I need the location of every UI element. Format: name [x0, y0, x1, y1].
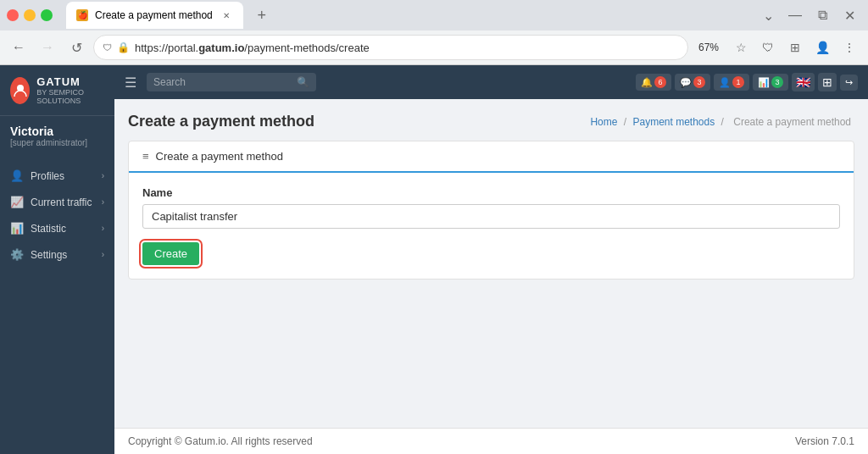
brand-name: GATUM	[36, 75, 104, 88]
new-tab-button[interactable]: +	[250, 3, 274, 27]
restore-window-button[interactable]: ⧉	[810, 3, 834, 27]
minimize-window-button[interactable]: —	[783, 3, 807, 27]
page-title-row: Create a payment method Home / Payment m…	[128, 113, 854, 130]
app-header: ☰ 🔍 🔔 6 💬 3 👤 1	[114, 65, 868, 99]
chevron-right-icon-4: ›	[102, 250, 104, 259]
traffic-icon: 📈	[10, 196, 24, 208]
close-button[interactable]	[7, 9, 19, 21]
chevron-down-icon[interactable]: ⌄	[756, 3, 780, 27]
settings-icon: ⚙️	[10, 248, 24, 261]
card-body: Name Create	[129, 173, 854, 279]
sidebar-user: Victoria [super administrator]	[0, 116, 114, 156]
breadcrumb: Home / Payment methods / Create a paymen…	[590, 116, 854, 128]
lock-icon: 🔒	[117, 42, 130, 53]
sidebar: GATUM BY SEMPICO SOLUTIONS Victoria [sup…	[0, 65, 114, 454]
breadcrumb-sep-1: /	[624, 116, 626, 128]
sidebar-nav: 👤 Profiles › 📈 Current traffic › 📊 Stati…	[0, 156, 114, 454]
statistic-icon: 📊	[10, 222, 24, 235]
address-bar[interactable]: 🛡 🔒 https://portal.gatum.io/payment-meth…	[93, 35, 688, 60]
card-header-title: Create a payment method	[156, 150, 283, 163]
user-icon: 👤	[719, 77, 731, 88]
security-icon: 🛡	[103, 42, 112, 53]
sidebar-label-settings: Settings	[31, 249, 67, 261]
logo-icon	[10, 77, 30, 104]
chevron-right-icon: ›	[102, 171, 104, 180]
chevron-right-icon-2: ›	[102, 197, 104, 207]
profile-icon[interactable]: 👤	[810, 36, 834, 59]
chat-icon: 💬	[680, 77, 692, 88]
extension-icon[interactable]: ⊞	[783, 36, 807, 59]
bell-icon: 🔔	[641, 77, 653, 88]
zoom-level: 67%	[693, 42, 724, 53]
maximize-button[interactable]	[41, 9, 53, 21]
create-payment-card: ≡ Create a payment method Name Create	[128, 141, 854, 280]
header-icons: 🔔 6 💬 3 👤 1 📊 3	[636, 73, 858, 91]
card-header-icon: ≡	[142, 150, 149, 163]
footer: Copyright © Gatum.io. All rights reserve…	[114, 428, 868, 454]
sidebar-label-traffic: Current traffic	[31, 197, 92, 208]
search-input[interactable]	[153, 76, 292, 88]
message-badge[interactable]: 💬 3	[675, 74, 710, 91]
signout-button[interactable]: ↪	[840, 75, 858, 91]
sidebar-label-statistic: Statistic	[31, 223, 66, 235]
breadcrumb-parent[interactable]: Payment methods	[633, 116, 715, 128]
profiles-icon: 👤	[10, 169, 24, 182]
stats-count: 3	[771, 76, 783, 88]
version-text: Version 7.0.1	[795, 435, 854, 447]
breadcrumb-current: Create a payment method	[733, 116, 851, 128]
url-display: https://portal.gatum.io/payment-methods/…	[135, 42, 679, 54]
refresh-button[interactable]: ↺	[64, 36, 88, 59]
back-button[interactable]: ←	[7, 36, 31, 59]
notification-count: 6	[654, 76, 666, 88]
language-selector[interactable]: 🇬🇧	[792, 73, 815, 91]
stats-badge[interactable]: 📊 3	[753, 74, 788, 91]
tab-favicon: 🍎	[76, 9, 88, 21]
sidebar-item-traffic[interactable]: 📈 Current traffic ›	[0, 189, 114, 215]
search-icon: 🔍	[297, 76, 309, 88]
notification-badge[interactable]: 🔔 6	[636, 74, 671, 91]
user-role: [super administrator]	[10, 138, 104, 147]
right-panel: ☰ 🔍 🔔 6 💬 3 👤 1	[114, 65, 868, 454]
sidebar-label-profiles: Profiles	[31, 170, 64, 182]
name-input[interactable]	[142, 204, 840, 229]
search-bar[interactable]: 🔍	[147, 73, 316, 91]
page-title: Create a payment method	[128, 113, 314, 130]
tab-title: Create a payment method	[95, 9, 213, 21]
bookmark-icon[interactable]: ☆	[729, 36, 753, 59]
menu-icon[interactable]: ⋮	[837, 36, 861, 59]
username: Victoria	[10, 125, 104, 138]
signout-icon: ↪	[845, 77, 853, 88]
browser-tab[interactable]: 🍎 Create a payment method ✕	[66, 2, 243, 29]
minimize-button[interactable]	[24, 9, 36, 21]
hamburger-icon[interactable]: ☰	[125, 75, 136, 91]
message-count: 3	[693, 76, 705, 88]
flag-icon: 🇬🇧	[796, 75, 810, 89]
card-header: ≡ Create a payment method	[129, 141, 854, 173]
tab-close-button[interactable]: ✕	[220, 8, 233, 22]
close-window-button[interactable]: ✕	[837, 3, 861, 27]
sidebar-logo: GATUM BY SEMPICO SOLUTIONS	[0, 65, 114, 116]
shield-icon[interactable]: 🛡	[756, 36, 780, 59]
chevron-right-icon-3: ›	[102, 224, 104, 233]
name-field-group: Name	[142, 186, 840, 229]
sidebar-item-statistic[interactable]: 📊 Statistic ›	[0, 215, 114, 241]
grid-menu-button[interactable]: ⊞	[818, 73, 837, 91]
copyright-text: Copyright © Gatum.io. All rights reserve…	[128, 435, 313, 447]
create-button[interactable]: Create	[142, 242, 199, 265]
breadcrumb-home[interactable]: Home	[590, 116, 617, 128]
logo-text: GATUM BY SEMPICO SOLUTIONS	[36, 75, 104, 105]
brand-sub: BY SEMPICO SOLUTIONS	[36, 88, 104, 105]
sidebar-item-profiles[interactable]: 👤 Profiles ›	[0, 163, 114, 189]
forward-button[interactable]: →	[36, 36, 59, 59]
chart-icon: 📊	[758, 77, 770, 88]
grid-icon: ⊞	[822, 75, 832, 89]
user-count: 1	[732, 76, 744, 88]
breadcrumb-sep-2: /	[721, 116, 724, 128]
name-label: Name	[142, 186, 840, 199]
sidebar-item-settings[interactable]: ⚙️ Settings ›	[0, 241, 114, 268]
user-badge[interactable]: 👤 1	[714, 74, 749, 91]
content-area: Create a payment method Home / Payment m…	[114, 99, 868, 428]
